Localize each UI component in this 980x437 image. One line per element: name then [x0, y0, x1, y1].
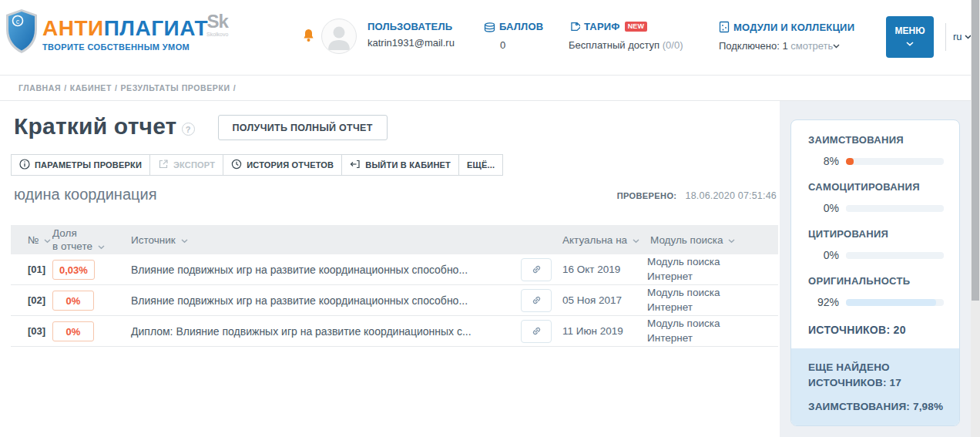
sort-share-chevron-icon[interactable] [98, 240, 105, 254]
breadcrumb-cabinet[interactable]: КАБИНЕТ [70, 83, 112, 92]
points-label: БАЛЛОВ [499, 21, 543, 32]
report-history-button[interactable]: ИСТОРИЯ ОТЧЕТОВ [223, 154, 342, 176]
header-share-line1: Доля [52, 227, 131, 240]
metric-value: 0% [808, 249, 839, 261]
user-block[interactable]: ПОЛЬЗОВАТЕЛЬ katrin1931@mail.ru [368, 21, 455, 49]
document-name: юдина координация [14, 186, 156, 203]
export-button[interactable]: ЭКСПОРТ [149, 154, 223, 176]
breadcrumb-home[interactable]: ГЛАВНАЯ [18, 83, 61, 92]
metric-value: 0% [808, 202, 839, 214]
more-found-line1: ЕЩЕ НАЙДЕНО [808, 360, 944, 375]
tariff-label: ТАРИФ [584, 21, 620, 32]
metric-bar [846, 158, 944, 165]
breadcrumb-check-results[interactable]: РЕЗУЛЬТАТЫ ПРОВЕРКИ [121, 83, 230, 92]
user-label: ПОЛЬЗОВАТЕЛЬ [368, 21, 455, 32]
exit-icon [350, 159, 361, 171]
modules-label: МОДУЛИ И КОЛЛЕКЦИИ [733, 22, 854, 33]
report-toolbar: ПАРАМЕТРЫ ПРОВЕРКИ ЭКСПОРТ ИСТОРИЯ ОТЧЕТ… [11, 154, 503, 176]
source-title: Влияние подвижных игр на развитие коорди… [131, 264, 521, 276]
more-button[interactable]: ЕЩЁ... [458, 154, 503, 176]
coins-icon [484, 22, 495, 35]
source-module: Модуль поиска Интернет [647, 255, 778, 283]
export-icon [158, 159, 169, 171]
check-parameters-button[interactable]: ПАРАМЕТРЫ ПРОВЕРКИ [11, 154, 150, 176]
report-summary-panel: ЗАИМСТВОВАНИЯ 8% САМОЦИТИРОВАНИЯ 0% ЦИТИ… [790, 119, 960, 426]
source-title: Влияние подвижных игр на развитие коорди… [131, 294, 521, 307]
header-divider [945, 23, 946, 51]
sort-actual-chevron-icon[interactable] [633, 234, 639, 246]
borrowings-total: ЗАИМСТВОВАНИЯ: 7,98% [808, 399, 944, 415]
source-module-line1: Модуль поиска [647, 255, 778, 269]
top-header: c АНТИПЛАГИАТ ТВОРИТЕ СОБСТВЕННЫМ УМОМ S… [0, 0, 980, 75]
source-link-button[interactable] [521, 258, 552, 281]
history-clock-icon [231, 159, 242, 171]
modules-chevron-down-icon[interactable] [833, 40, 840, 52]
sort-source-chevron-icon[interactable] [181, 234, 188, 246]
skolkovo-logo: Sk Skolkovo [206, 12, 228, 37]
checked-status: ПРОВЕРЕНО: 18.06.2020 07:51:46 [617, 190, 777, 201]
modules-view-link[interactable]: смотреть [790, 40, 833, 52]
antiplagiat-app: c АНТИПЛАГИАТ ТВОРИТЕ СОБСТВЕННЫМ УМОМ S… [0, 0, 980, 437]
breadcrumb-separator: / [115, 83, 118, 92]
breadcrumb-trailing-slash: / [233, 83, 237, 92]
menu-chevron-down-icon [886, 38, 934, 49]
antiplagiat-shield-logo[interactable]: c [5, 8, 39, 58]
scrollbar-thumb[interactable] [972, 0, 979, 301]
help-question-icon[interactable]: ? [182, 123, 195, 136]
sources-table: № Доля в отчете Источник Актуальна на Мо… [11, 225, 778, 347]
tag-icon [569, 21, 580, 35]
tariff-value: Бесплатный доступ [569, 39, 659, 51]
page-title: Краткий отчет [14, 113, 177, 140]
source-module-line1: Модуль поиска [647, 286, 778, 300]
header-share-line2: в отчете [52, 240, 92, 252]
language-value: ru [953, 31, 962, 42]
share-badge: 0% [52, 291, 94, 311]
source-link-button[interactable] [521, 320, 552, 343]
more-label: ЕЩЁ... [467, 160, 495, 170]
row-number: [01] [11, 264, 52, 275]
table-row: [03] 0% Диплом: Влияние подвижных игр на… [11, 316, 778, 347]
checked-timestamp: 18.06.2020 07:51:46 [686, 190, 777, 201]
sources-count: ИСТОЧНИКОВ: 20 [791, 308, 959, 336]
exit-to-cabinet-button[interactable]: ВЫЙТИ В КАБИНЕТ [341, 154, 459, 176]
source-link-button[interactable] [521, 289, 552, 312]
menu-button-label: МЕНЮ [894, 25, 925, 36]
metric-originality: ОРИГИНАЛЬНОСТЬ 92% [791, 261, 959, 308]
header-num: № [28, 234, 39, 246]
metric-bar [846, 252, 944, 259]
metric-self-citations: САМОЦИТИРОВАНИЯ 0% [791, 167, 959, 214]
svg-text:c: c [16, 18, 20, 25]
user-email: katrin1931@mail.ru [368, 37, 455, 49]
get-full-report-button[interactable]: ПОЛУЧИТЬ ПОЛНЫЙ ОТЧЕТ [218, 115, 388, 140]
points-block[interactable]: БАЛЛОВ 0 [484, 21, 543, 51]
source-module-line2: Интернет [647, 301, 778, 314]
share-badge: 0% [52, 321, 94, 341]
menu-button[interactable]: МЕНЮ [886, 16, 934, 58]
main-content: Краткий отчет ? ПОЛУЧИТЬ ПОЛНЫЙ ОТЧЕТ ПА… [0, 101, 780, 434]
checked-label: ПРОВЕРЕНО: [617, 191, 677, 200]
info-icon [19, 159, 30, 171]
source-date: 05 Ноя 2017 [562, 294, 647, 306]
page-scrollbar[interactable] [971, 0, 980, 437]
tariff-block[interactable]: ТАРИФNEW Бесплатный доступ (0/0) [569, 21, 683, 51]
points-value: 0 [484, 39, 543, 51]
more-found-line2: ИСТОЧНИКОВ: 17 [808, 375, 944, 391]
table-row: [02] 0% Влияние подвижных игр на развити… [11, 285, 778, 316]
header-module: Модуль поиска [650, 234, 723, 246]
source-module-line2: Интернет [647, 270, 778, 284]
breadcrumb-separator: / [64, 83, 67, 92]
check-parameters-label: ПАРАМЕТРЫ ПРОВЕРКИ [35, 160, 142, 170]
user-avatar[interactable] [321, 18, 357, 54]
sort-num-chevron-icon[interactable] [44, 234, 51, 246]
brand-tagline: ТВОРИТЕ СОБСТВЕННЫМ УМОМ [42, 43, 208, 52]
tariff-quota: (0/0) [663, 39, 683, 51]
modules-block[interactable]: МОДУЛИ И КОЛЛЕКЦИИ Подключено: 1 смотрет… [719, 21, 854, 52]
breadcrumb: ГЛАВНАЯ/КАБИНЕТ/РЕЗУЛЬТАТЫ ПРОВЕРКИ/ [0, 75, 980, 101]
report-history-label: ИСТОРИЯ ОТЧЕТОВ [247, 160, 334, 170]
sort-module-chevron-icon[interactable] [728, 234, 735, 246]
language-selector[interactable]: ru [953, 31, 972, 42]
metric-citations: ЦИТИРОВАНИЯ 0% [791, 214, 959, 261]
notifications-bell-icon[interactable] [303, 29, 314, 45]
brand-wordmark[interactable]: АНТИПЛАГИАТ ТВОРИТЕ СОБСТВЕННЫМ УМОМ [42, 18, 208, 52]
table-header: № Доля в отчете Источник Актуальна на Мо… [11, 225, 778, 254]
